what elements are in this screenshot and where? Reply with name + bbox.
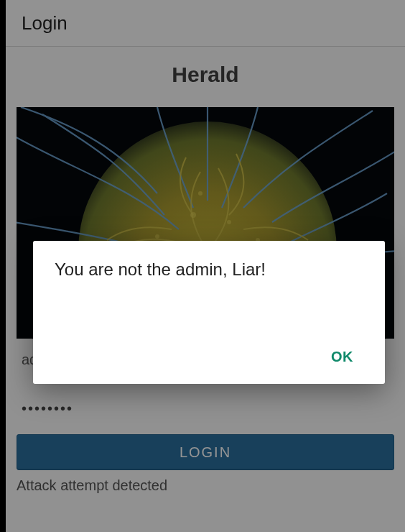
dialog-actions: OK [55,343,363,371]
dialog-title: You are not the admin, Liar! [55,260,363,280]
screen: Login Herald [0,0,405,532]
ok-button[interactable]: OK [321,343,363,371]
alert-dialog: You are not the admin, Liar! OK [33,241,385,384]
